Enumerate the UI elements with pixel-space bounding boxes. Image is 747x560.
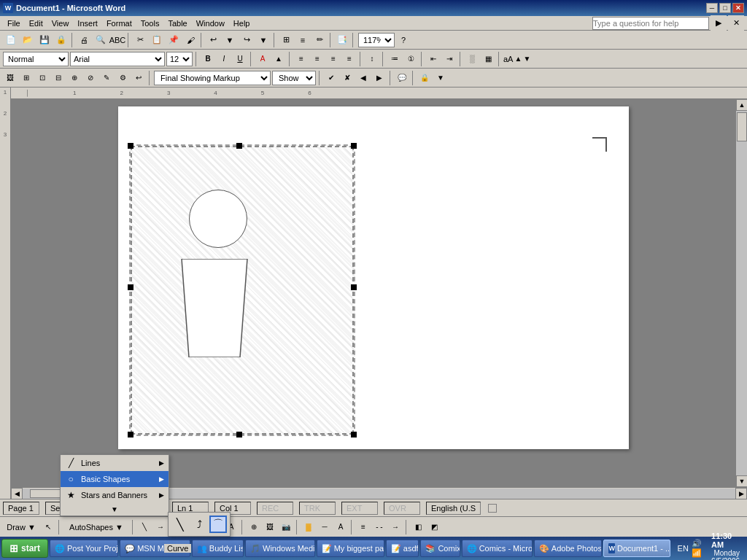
markup-btn8[interactable]: ↩	[131, 71, 146, 85]
align-left-button[interactable]: ≡	[294, 52, 309, 66]
menu-file[interactable]: File	[3, 18, 25, 29]
insert-table-button[interactable]: ⊞	[278, 32, 294, 48]
scroll-right-button[interactable]: ▶	[735, 488, 747, 499]
undo-dropdown[interactable]: ▼	[222, 32, 238, 48]
dash-style-button[interactable]: - -	[372, 520, 387, 534]
cut-button[interactable]: ✂	[132, 32, 148, 48]
bullets-button[interactable]: ≔	[387, 52, 402, 66]
handle-middle-right[interactable]	[351, 284, 357, 290]
taskbar-item-0[interactable]: 🌐 Post Your Proj...	[50, 540, 118, 557]
menu-item-basic-shapes[interactable]: ○ Basic Shapes ▶	[61, 471, 169, 487]
style-select[interactable]: Normal	[3, 52, 69, 66]
scroll-thumb[interactable]	[737, 112, 747, 141]
borders-button[interactable]: ▦	[481, 52, 495, 66]
highlight-button[interactable]: ▲	[271, 52, 286, 66]
taskbar-item-3[interactable]: 🎵 Windows Medi...	[245, 540, 315, 557]
markup-btn1[interactable]: ⊞	[19, 71, 34, 85]
print-preview-button[interactable]: 🔍	[93, 32, 109, 48]
paste-button[interactable]: 📌	[166, 32, 182, 48]
save-button[interactable]: 💾	[36, 32, 53, 48]
3d-button[interactable]: ◩	[427, 520, 441, 534]
arrow-button[interactable]: →	[153, 520, 168, 534]
menu-window[interactable]: Window	[192, 18, 229, 29]
line-color-button[interactable]: ─	[317, 520, 332, 534]
undo-button[interactable]: ↩	[205, 32, 221, 48]
menu-help[interactable]: Help	[229, 18, 255, 29]
maximize-button[interactable]: □	[719, 3, 731, 13]
protect-button[interactable]: 🔒	[417, 71, 432, 85]
menu-edit[interactable]: Edit	[25, 18, 47, 29]
decrease-indent-button[interactable]: ⇤	[426, 52, 441, 66]
line-style-button[interactable]: ≡	[356, 520, 371, 534]
print-button[interactable]: 🖨	[76, 32, 92, 48]
handle-top-left[interactable]	[128, 143, 133, 149]
close-button[interactable]: ✕	[732, 3, 744, 13]
scroll-track[interactable]	[736, 111, 747, 475]
markup-btn3[interactable]: ⊟	[51, 71, 66, 85]
protect-dropdown[interactable]: ▼	[433, 71, 448, 85]
columns-button[interactable]: ≡	[295, 32, 311, 48]
menu-view[interactable]: View	[47, 18, 74, 29]
numbering-button[interactable]: ①	[403, 52, 418, 66]
menu-item-more[interactable]: ▼	[61, 503, 169, 516]
taskbar-item-2[interactable]: 👥 Buddy List	[192, 540, 244, 557]
markup-btn2[interactable]: ⊡	[35, 71, 50, 85]
reject-change-button[interactable]: ✘	[340, 71, 355, 85]
menu-format[interactable]: Format	[102, 18, 136, 29]
help-button[interactable]: ?	[395, 32, 411, 48]
shadow-button[interactable]: ◧	[411, 520, 425, 534]
zoom-select[interactable]: 117% 100%	[358, 33, 395, 47]
permission-button[interactable]: 🔒	[53, 32, 69, 48]
bold-button[interactable]: B	[201, 52, 215, 66]
handle-bottom-middle[interactable]	[236, 432, 242, 438]
autoshapes-button[interactable]: AutoShapes ▼	[63, 519, 129, 535]
picture-button[interactable]: 🖼	[3, 71, 18, 85]
handle-middle-left[interactable]	[128, 284, 133, 290]
curve-item-line[interactable]: ╲	[171, 516, 189, 533]
next-change-button[interactable]: ▶	[372, 71, 387, 85]
scroll-down-button[interactable]: ▼	[736, 475, 747, 487]
align-center-button[interactable]: ≡	[310, 52, 325, 66]
drawing-button[interactable]: ✏	[311, 32, 328, 48]
format-painter-button[interactable]: 🖌	[182, 32, 198, 48]
font-select[interactable]: Arial	[70, 52, 165, 66]
menu-insert[interactable]: Insert	[73, 18, 102, 29]
picture-insert-button[interactable]: 📷	[279, 520, 293, 534]
arrow-style-button[interactable]: →	[388, 520, 403, 534]
help-search-button[interactable]: ▶	[711, 15, 727, 31]
font-color-button[interactable]: A	[255, 52, 270, 66]
redo-dropdown[interactable]: ▼	[255, 32, 271, 48]
scroll-left-button[interactable]: ◀	[11, 488, 23, 499]
redo-button[interactable]: ↪	[239, 32, 255, 48]
accept-change-button[interactable]: ✔	[324, 71, 338, 85]
prev-change-button[interactable]: ◀	[356, 71, 371, 85]
minimize-button[interactable]: ─	[706, 3, 718, 13]
draw-dropdown-button[interactable]: Draw ▼	[3, 519, 39, 535]
menu-table[interactable]: Table	[163, 18, 191, 29]
handle-top-middle[interactable]	[236, 143, 242, 149]
copy-button[interactable]: 📋	[149, 32, 165, 48]
taskbar-item-6[interactable]: 📚 Comix	[420, 540, 460, 557]
open-button[interactable]: 📂	[20, 32, 36, 48]
fill-color-button[interactable]: ▓	[301, 520, 316, 534]
italic-button[interactable]: I	[217, 52, 231, 66]
handle-bottom-right[interactable]	[351, 432, 357, 438]
markup-btn4[interactable]: ⊕	[67, 71, 82, 85]
scroll-up-button[interactable]: ▲	[736, 99, 747, 111]
menu-tools[interactable]: Tools	[136, 18, 164, 29]
line-spacing-button[interactable]: ↕	[365, 52, 379, 66]
curve-item-curve2[interactable]: ⌒	[209, 516, 227, 533]
underline-button[interactable]: U	[233, 52, 247, 66]
help-close-button[interactable]: ✕	[728, 15, 744, 31]
taskbar-item-7[interactable]: 🌐 Comics - Micro...	[462, 540, 533, 557]
align-right-button[interactable]: ≡	[326, 52, 341, 66]
diagram-button[interactable]: ⊕	[247, 520, 261, 534]
doc-map-button[interactable]: 📑	[334, 32, 350, 48]
clipart-button[interactable]: 🖼	[263, 520, 277, 534]
comment-button[interactable]: 💬	[395, 71, 409, 85]
font-size-select[interactable]: 12	[166, 52, 193, 66]
taskbar-item-9[interactable]: W Document1 - ...	[603, 540, 670, 557]
curve-item-curve1[interactable]: ⤴	[190, 516, 208, 533]
help-search-input[interactable]	[592, 17, 709, 30]
taskbar-item-8[interactable]: 🎨 Adobe Photos...	[534, 540, 603, 557]
